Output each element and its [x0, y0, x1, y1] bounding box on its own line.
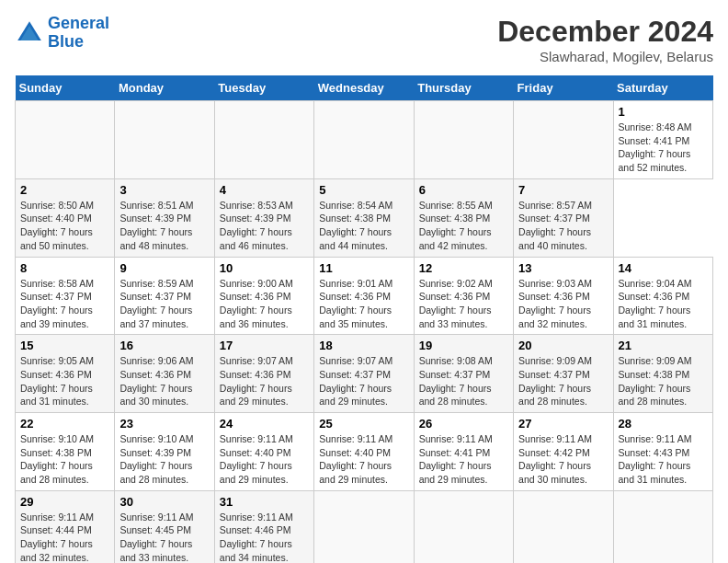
- day-number: 16: [119, 339, 209, 352]
- day-number: 2: [20, 183, 109, 197]
- calendar-week-row: 15Sunrise: 9:05 AMSunset: 4:36 PMDayligh…: [16, 335, 713, 413]
- table-row: 29Sunrise: 9:11 AMSunset: 4:44 PMDayligh…: [16, 490, 115, 563]
- day-number: 5: [319, 183, 408, 197]
- day-number: 13: [518, 261, 608, 275]
- empty-cell: [514, 101, 613, 179]
- day-number: 15: [20, 339, 109, 352]
- table-row: 10Sunrise: 9:00 AMSunset: 4:36 PMDayligh…: [214, 257, 313, 335]
- table-row: 24Sunrise: 9:11 AMSunset: 4:40 PMDayligh…: [214, 413, 313, 491]
- logo-text: General Blue: [48, 15, 109, 52]
- day-info: Sunrise: 8:59 AMSunset: 4:37 PMDaylight:…: [119, 277, 209, 331]
- day-info: Sunrise: 8:48 AMSunset: 4:41 PMDaylight:…: [619, 121, 708, 175]
- table-row: 31Sunrise: 9:11 AMSunset: 4:46 PMDayligh…: [214, 490, 313, 563]
- calendar-week-row: 8Sunrise: 8:58 AMSunset: 4:37 PMDaylight…: [16, 257, 713, 335]
- day-number: 9: [119, 261, 209, 275]
- header-row: SundayMondayTuesdayWednesdayThursdayFrid…: [16, 75, 713, 101]
- calendar-body: 1Sunrise: 8:48 AMSunset: 4:41 PMDaylight…: [16, 101, 713, 564]
- table-row: 9Sunrise: 8:59 AMSunset: 4:37 PMDaylight…: [115, 257, 214, 335]
- day-number: 10: [220, 261, 309, 275]
- empty-cell: [16, 101, 115, 179]
- day-info: Sunrise: 9:01 AMSunset: 4:36 PMDaylight:…: [319, 277, 408, 331]
- table-row: 7Sunrise: 8:57 AMSunset: 4:37 PMDaylight…: [514, 178, 613, 257]
- logo-general: General: [48, 14, 109, 32]
- col-header-saturday: Saturday: [613, 75, 712, 101]
- day-number: 14: [619, 261, 708, 275]
- day-number: 17: [220, 339, 309, 352]
- table-row: 23Sunrise: 9:10 AMSunset: 4:39 PMDayligh…: [115, 413, 214, 491]
- logo: General Blue: [15, 15, 109, 52]
- empty-cell: [115, 101, 214, 179]
- day-number: 11: [319, 261, 408, 275]
- day-number: 21: [619, 339, 708, 352]
- day-info: Sunrise: 8:58 AMSunset: 4:37 PMDaylight:…: [20, 277, 109, 331]
- table-row: 19Sunrise: 9:08 AMSunset: 4:37 PMDayligh…: [414, 335, 513, 413]
- day-info: Sunrise: 9:02 AMSunset: 4:36 PMDaylight:…: [419, 277, 508, 331]
- day-info: Sunrise: 9:07 AMSunset: 4:37 PMDaylight:…: [319, 354, 408, 408]
- day-info: Sunrise: 9:03 AMSunset: 4:36 PMDaylight:…: [518, 277, 608, 331]
- day-number: 1: [619, 105, 708, 119]
- header: General Blue December 2024 Slawharad, Mo…: [15, 15, 713, 64]
- col-header-thursday: Thursday: [414, 75, 513, 101]
- table-row: 8Sunrise: 8:58 AMSunset: 4:37 PMDaylight…: [16, 257, 115, 335]
- day-number: 29: [20, 495, 109, 509]
- day-number: 19: [419, 339, 508, 352]
- day-info: Sunrise: 8:55 AMSunset: 4:38 PMDaylight:…: [419, 199, 508, 253]
- col-header-sunday: Sunday: [16, 75, 115, 101]
- calendar-table: SundayMondayTuesdayWednesdayThursdayFrid…: [15, 75, 713, 563]
- day-info: Sunrise: 9:11 AMSunset: 4:46 PMDaylight:…: [220, 511, 309, 563]
- day-info: Sunrise: 9:06 AMSunset: 4:36 PMDaylight:…: [119, 354, 209, 408]
- day-info: Sunrise: 8:53 AMSunset: 4:39 PMDaylight:…: [220, 199, 309, 253]
- table-row: 25Sunrise: 9:11 AMSunset: 4:40 PMDayligh…: [314, 413, 414, 491]
- day-info: Sunrise: 9:08 AMSunset: 4:37 PMDaylight:…: [419, 354, 508, 408]
- table-row: 17Sunrise: 9:07 AMSunset: 4:36 PMDayligh…: [214, 335, 313, 413]
- table-row: 6Sunrise: 8:55 AMSunset: 4:38 PMDaylight…: [414, 178, 513, 257]
- day-info: Sunrise: 8:54 AMSunset: 4:38 PMDaylight:…: [319, 199, 408, 253]
- title-area: December 2024 Slawharad, Mogilev, Belaru…: [497, 15, 713, 64]
- day-number: 31: [220, 495, 309, 509]
- calendar-week-row: 2Sunrise: 8:50 AMSunset: 4:40 PMDaylight…: [16, 178, 713, 257]
- table-row: 14Sunrise: 9:04 AMSunset: 4:36 PMDayligh…: [613, 257, 712, 335]
- day-number: 3: [119, 183, 209, 197]
- empty-cell: [414, 101, 513, 179]
- day-info: Sunrise: 8:50 AMSunset: 4:40 PMDaylight:…: [20, 199, 109, 253]
- table-row: 16Sunrise: 9:06 AMSunset: 4:36 PMDayligh…: [115, 335, 214, 413]
- day-info: Sunrise: 8:57 AMSunset: 4:37 PMDaylight:…: [518, 199, 608, 253]
- table-row: 5Sunrise: 8:54 AMSunset: 4:38 PMDaylight…: [314, 178, 414, 257]
- day-number: 26: [419, 417, 508, 431]
- day-number: 7: [518, 183, 608, 197]
- day-info: Sunrise: 9:11 AMSunset: 4:41 PMDaylight:…: [419, 432, 508, 487]
- day-number: 20: [518, 339, 608, 352]
- col-header-wednesday: Wednesday: [314, 75, 414, 101]
- table-row: 11Sunrise: 9:01 AMSunset: 4:36 PMDayligh…: [314, 257, 414, 335]
- logo-blue: Blue: [48, 32, 84, 51]
- day-info: Sunrise: 9:09 AMSunset: 4:37 PMDaylight:…: [518, 354, 608, 408]
- table-row: 13Sunrise: 9:03 AMSunset: 4:36 PMDayligh…: [514, 257, 613, 335]
- empty-cell: [514, 490, 613, 563]
- day-info: Sunrise: 9:11 AMSunset: 4:44 PMDaylight:…: [20, 511, 109, 563]
- day-info: Sunrise: 9:09 AMSunset: 4:38 PMDaylight:…: [619, 354, 708, 408]
- table-row: 1Sunrise: 8:48 AMSunset: 4:41 PMDaylight…: [613, 101, 712, 179]
- day-info: Sunrise: 9:04 AMSunset: 4:36 PMDaylight:…: [619, 277, 708, 331]
- logo-icon: [15, 18, 44, 48]
- day-number: 30: [119, 495, 209, 509]
- day-number: 18: [319, 339, 408, 352]
- table-row: 30Sunrise: 9:11 AMSunset: 4:45 PMDayligh…: [115, 490, 214, 563]
- empty-cell: [613, 490, 712, 563]
- col-header-monday: Monday: [115, 75, 214, 101]
- col-header-friday: Friday: [514, 75, 613, 101]
- day-number: 27: [518, 417, 608, 431]
- table-row: 21Sunrise: 9:09 AMSunset: 4:38 PMDayligh…: [613, 335, 712, 413]
- table-row: 3Sunrise: 8:51 AMSunset: 4:39 PMDaylight…: [115, 178, 214, 257]
- calendar-week-row: 22Sunrise: 9:10 AMSunset: 4:38 PMDayligh…: [16, 413, 713, 491]
- table-row: 20Sunrise: 9:09 AMSunset: 4:37 PMDayligh…: [514, 335, 613, 413]
- table-row: 26Sunrise: 9:11 AMSunset: 4:41 PMDayligh…: [414, 413, 513, 491]
- col-header-tuesday: Tuesday: [214, 75, 313, 101]
- empty-cell: [414, 490, 513, 563]
- day-number: 23: [119, 417, 209, 431]
- day-info: Sunrise: 9:00 AMSunset: 4:36 PMDaylight:…: [220, 277, 309, 331]
- table-row: 15Sunrise: 9:05 AMSunset: 4:36 PMDayligh…: [16, 335, 115, 413]
- day-info: Sunrise: 9:11 AMSunset: 4:40 PMDaylight:…: [220, 432, 309, 487]
- table-row: 12Sunrise: 9:02 AMSunset: 4:36 PMDayligh…: [414, 257, 513, 335]
- day-number: 6: [419, 183, 508, 197]
- main-title: December 2024: [497, 15, 713, 49]
